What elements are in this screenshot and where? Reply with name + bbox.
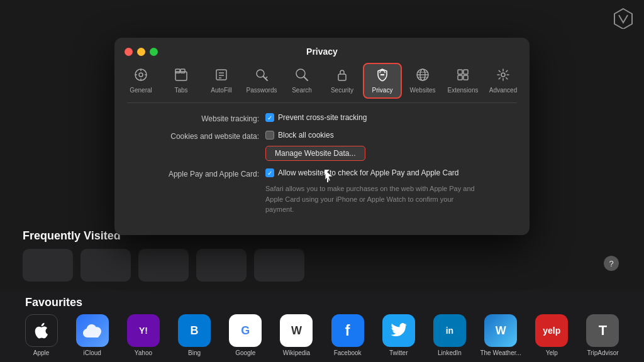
- tab-advanced[interactable]: Advanced: [484, 63, 523, 99]
- privacy-modal: Privacy General Tabs: [114, 38, 530, 235]
- search-icon: [295, 68, 309, 85]
- passwords-icon: [255, 68, 269, 85]
- svg-rect-28: [464, 75, 468, 80]
- tab-tabs[interactable]: Tabs: [162, 63, 201, 99]
- tab-autofill[interactable]: AutoFill: [202, 63, 241, 99]
- apple-pay-label: Apple Pay and Apple Card:: [133, 168, 259, 178]
- apple-pay-controls: Allow websites to check for Apple Pay an…: [265, 168, 511, 215]
- svg-rect-25: [458, 70, 462, 74]
- extensions-icon: [456, 68, 470, 85]
- general-tab-label: General: [130, 87, 152, 94]
- svg-point-29: [501, 73, 505, 77]
- cookies-row: Cookies and website data: Block all cook…: [133, 131, 511, 161]
- autofill-icon: [214, 68, 228, 85]
- cookies-checkbox-row: Block all cookies: [265, 131, 511, 140]
- website-tracking-row: Website tracking: Prevent cross-site tra…: [133, 113, 511, 123]
- security-tab-label: Security: [331, 87, 353, 94]
- cookies-label: Cookies and website data:: [133, 131, 259, 141]
- modal-overlay: Privacy General Tabs: [0, 0, 644, 362]
- manage-website-data-button[interactable]: Manage Website Data...: [265, 146, 365, 161]
- tab-passwords[interactable]: Passwords: [242, 63, 281, 99]
- tabs-icon: [174, 68, 188, 85]
- tab-general[interactable]: General: [121, 63, 160, 99]
- search-tab-label: Search: [292, 87, 312, 94]
- traffic-lights: [125, 48, 158, 56]
- website-tracking-checkbox-row: Prevent cross-site tracking: [265, 113, 511, 122]
- minimize-button[interactable]: [137, 48, 145, 56]
- toolbar: General Tabs AutoFill Pass: [114, 57, 530, 102]
- modal-content: Website tracking: Prevent cross-site tra…: [114, 103, 530, 235]
- tabs-tab-label: Tabs: [174, 87, 187, 94]
- tab-privacy[interactable]: Privacy: [363, 63, 402, 99]
- apple-pay-checkbox-row: Allow websites to check for Apple Pay an…: [265, 168, 511, 177]
- svg-line-16: [265, 77, 267, 79]
- svg-rect-26: [464, 70, 468, 74]
- svg-rect-19: [338, 74, 346, 80]
- close-button[interactable]: [125, 48, 133, 56]
- tab-websites[interactable]: Websites: [403, 63, 442, 99]
- security-icon: [335, 68, 349, 85]
- websites-icon: [416, 68, 430, 85]
- advanced-tab-label: Advanced: [489, 87, 517, 94]
- privacy-tab-label: Privacy: [372, 87, 393, 94]
- cookies-text: Block all cookies: [278, 131, 334, 140]
- general-icon: [134, 68, 148, 85]
- svg-line-18: [304, 77, 308, 80]
- passwords-tab-label: Passwords: [247, 87, 277, 94]
- svg-rect-9: [180, 69, 185, 73]
- autofill-tab-label: AutoFill: [211, 87, 231, 94]
- extensions-tab-label: Extensions: [448, 87, 479, 94]
- apple-pay-checkbox[interactable]: [265, 168, 274, 177]
- cookies-checkbox[interactable]: [265, 131, 274, 140]
- svg-point-2: [139, 73, 143, 77]
- privacy-icon: [375, 68, 389, 85]
- websites-tab-label: Websites: [410, 87, 436, 94]
- tab-extensions[interactable]: Extensions: [443, 63, 482, 99]
- advanced-icon: [496, 68, 510, 85]
- apple-pay-row: Apple Pay and Apple Card: Allow websites…: [133, 168, 511, 215]
- maximize-button[interactable]: [150, 48, 158, 56]
- svg-rect-27: [458, 75, 462, 80]
- website-tracking-label: Website tracking:: [133, 113, 259, 123]
- apple-pay-text: Allow websites to check for Apple Pay an…: [278, 168, 459, 177]
- website-tracking-text: Prevent cross-site tracking: [278, 113, 367, 122]
- cookies-controls: Block all cookies Manage Website Data...: [265, 131, 511, 161]
- tab-search[interactable]: Search: [282, 63, 321, 99]
- tab-security[interactable]: Security: [323, 63, 362, 99]
- modal-title: Privacy: [306, 47, 338, 57]
- website-tracking-controls: Prevent cross-site tracking: [265, 113, 511, 122]
- apple-pay-description: Safari allows you to make purchases on t…: [265, 184, 479, 215]
- website-tracking-checkbox[interactable]: [265, 113, 274, 122]
- svg-point-14: [257, 70, 264, 77]
- modal-titlebar: Privacy: [114, 38, 530, 57]
